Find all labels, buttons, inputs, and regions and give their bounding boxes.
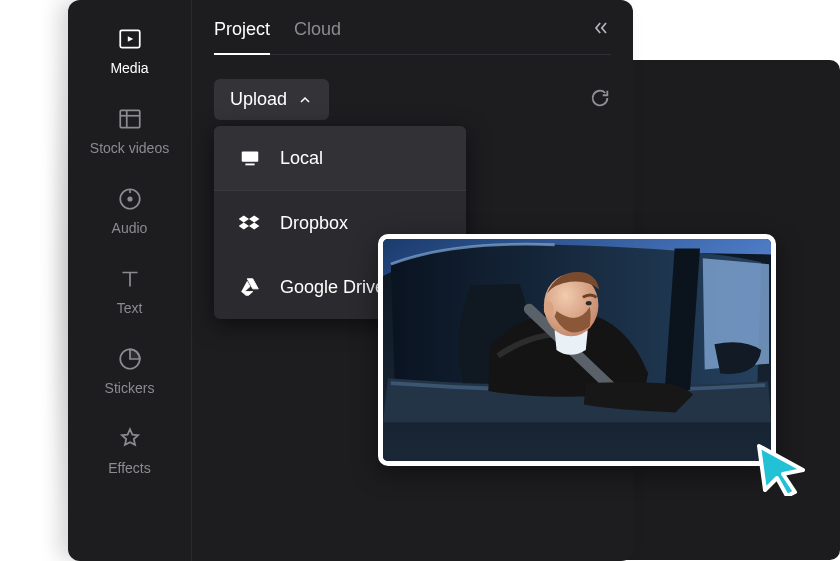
tab-cloud[interactable]: Cloud [294,19,341,54]
upload-option-label: Dropbox [280,213,348,234]
sidebar-item-label: Stock videos [90,140,169,156]
chevron-up-icon [297,92,313,108]
sidebar-item-label: Effects [108,460,151,476]
chevrons-left-icon [591,18,611,38]
stock-videos-icon [117,106,143,132]
sidebar-item-audio[interactable]: Audio [68,182,191,240]
svg-rect-8 [245,164,254,166]
text-icon [117,266,143,292]
google-drive-icon [238,275,262,299]
upload-option-label: Google Drive [280,277,385,298]
toolbar-row: Upload [214,79,611,120]
svg-rect-1 [120,110,140,127]
dropbox-icon [238,211,262,235]
refresh-icon [589,87,611,109]
upload-button[interactable]: Upload [214,79,329,120]
svg-point-14 [586,301,592,305]
sidebar-item-text[interactable]: Text [68,262,191,320]
upload-option-label: Local [280,148,323,169]
sidebar-item-stickers[interactable]: Stickers [68,342,191,400]
sidebar-item-media[interactable]: Media [68,22,191,80]
collapse-panel-button[interactable] [591,18,611,54]
sidebar-item-label: Stickers [105,380,155,396]
stickers-icon [117,346,143,372]
svg-point-13 [544,301,554,317]
audio-icon [117,186,143,212]
svg-rect-7 [242,152,259,162]
sidebar-item-label: Text [117,300,143,316]
sidebar-item-label: Audio [112,220,148,236]
sidebar-item-effects[interactable]: Effects [68,422,191,480]
tab-project[interactable]: Project [214,19,270,54]
media-thumbnail[interactable] [378,234,776,466]
sidebar-item-label: Media [110,60,148,76]
upload-option-local[interactable]: Local [214,126,466,191]
category-sidebar: Media Stock videos Audio Text Stickers E… [68,0,192,561]
sidebar-item-stock-videos[interactable]: Stock videos [68,102,191,160]
refresh-button[interactable] [589,87,611,113]
thumbnail-illustration [383,239,771,461]
svg-point-5 [127,196,132,201]
monitor-icon [238,146,262,170]
effects-icon [117,426,143,452]
media-icon [117,26,143,52]
tab-bar: Project Cloud [214,18,611,55]
upload-button-label: Upload [230,89,287,110]
